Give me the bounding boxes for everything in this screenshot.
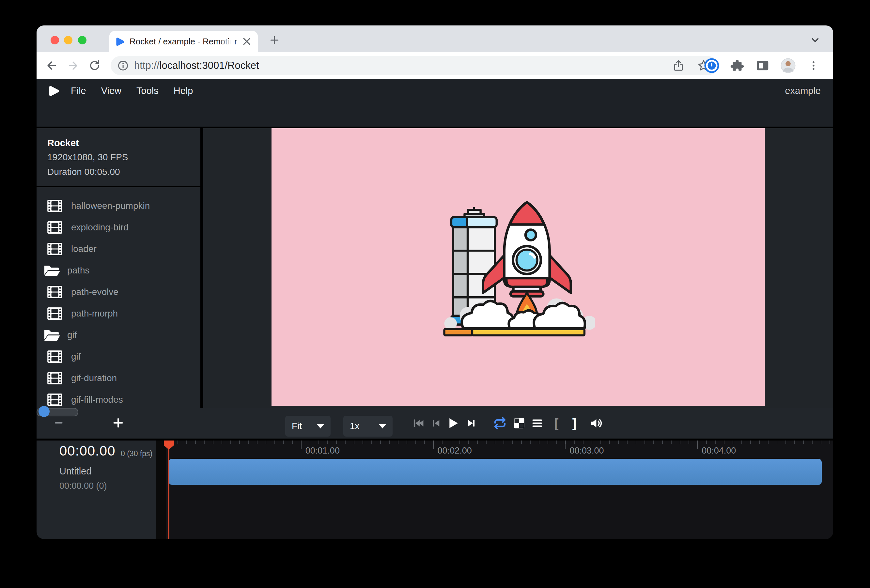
browser-toolbar: http://localhost:3001/Rocket <box>37 52 833 79</box>
out-point-button[interactable]: ] <box>568 417 581 430</box>
current-timecode: 00:00.00 <box>60 443 116 459</box>
share-icon[interactable] <box>672 60 685 72</box>
in-point-button[interactable]: [ <box>550 417 563 430</box>
url-text[interactable]: http://localhost:3001/Rocket <box>134 60 259 71</box>
remotion-favicon-icon <box>116 37 124 46</box>
composition-list: halloween-pumpkin exploding-bird loader … <box>37 187 200 408</box>
sidebar-composition-gif[interactable]: gif <box>37 346 200 368</box>
sidebar-folder-gif[interactable]: gif <box>37 325 200 346</box>
video-canvas[interactable] <box>271 128 765 406</box>
back-button[interactable] <box>42 57 61 75</box>
size-select-value: Fit <box>292 421 302 432</box>
sidebar-composition-gif-duration[interactable]: gif-duration <box>37 368 200 389</box>
playback-rate-value: 1x <box>350 421 360 432</box>
rocket-illustration <box>441 201 595 340</box>
browser-window: Rocket / example - Remotion Pr <box>37 25 833 539</box>
menu-help[interactable]: Help <box>166 79 201 103</box>
timeline: 00:00.00 0 (30 fps) Untitled 00:00.00 (0… <box>37 441 833 539</box>
previous-frame-button[interactable] <box>429 417 442 430</box>
transparency-checkerboard-button[interactable] <box>512 417 526 430</box>
extensions-puzzle-icon[interactable] <box>729 58 745 73</box>
ruler-time-label: 00:01.00 <box>305 446 340 456</box>
profile-avatar[interactable] <box>780 58 796 73</box>
remotion-menubar: File View Tools Help example <box>37 79 833 128</box>
browser-menu-kebab-icon[interactable] <box>806 58 821 73</box>
composition-duration: Duration 00:05.00 <box>47 164 200 179</box>
track-start-label: 00:00.00 (0) <box>60 481 107 491</box>
traffic-light-close[interactable] <box>51 36 59 45</box>
sidebar-composition-exploding-bird[interactable]: exploding-bird <box>37 217 200 238</box>
ruler-time-label: 00:04.00 <box>702 446 736 456</box>
timeline-panel-divider <box>156 441 166 539</box>
compositions-sidebar: Rocket 1920x1080, 30 FPS Duration 00:05.… <box>37 128 200 408</box>
film-icon <box>47 393 62 406</box>
timeline-rows-button[interactable] <box>530 417 544 430</box>
sidebar-resize-handle[interactable] <box>200 128 203 408</box>
timeline-ruler[interactable]: 00:01.0000:02.0000:03.0000:04.00 <box>166 441 833 458</box>
playback-rate-select[interactable]: 1x <box>343 416 393 436</box>
address-bar[interactable]: http://localhost:3001/Rocket <box>111 56 718 75</box>
side-panel-icon[interactable] <box>755 58 770 73</box>
loop-toggle-button[interactable] <box>493 417 507 430</box>
volume-button[interactable] <box>589 417 602 430</box>
tab-search-chevron-icon[interactable] <box>809 34 821 46</box>
traffic-light-minimize[interactable] <box>64 36 73 45</box>
folder-open-icon <box>43 329 60 342</box>
ruler-second-tick <box>565 441 566 449</box>
timeline-track-bar[interactable] <box>169 459 822 485</box>
menu-tools[interactable]: Tools <box>129 79 166 103</box>
chevron-down-icon <box>379 424 386 429</box>
timeline-info-panel: 00:00.00 0 (30 fps) Untitled 00:00.00 (0… <box>37 441 156 539</box>
zoom-slider-knob[interactable] <box>39 406 50 417</box>
url-scheme: http:// <box>134 60 159 71</box>
reload-button[interactable] <box>85 57 104 75</box>
ruler-second-tick <box>433 441 434 449</box>
play-button[interactable] <box>447 417 459 430</box>
film-icon <box>47 200 62 212</box>
jump-to-start-button[interactable] <box>412 417 425 430</box>
composition-label: gif <box>67 330 77 340</box>
ruler-second-tick <box>301 441 301 449</box>
next-frame-button[interactable] <box>465 417 478 430</box>
zoom-in-button[interactable] <box>111 416 125 430</box>
forward-button[interactable] <box>64 57 82 75</box>
project-name-label: example <box>785 85 821 96</box>
menu-file[interactable]: File <box>63 79 94 103</box>
composition-label: gif-duration <box>71 373 117 383</box>
sidebar-composition-halloween-pumpkin[interactable]: halloween-pumpkin <box>37 195 200 217</box>
composition-resolution: 1920x1080, 30 FPS <box>47 150 200 164</box>
url-path: localhost:3001/Rocket <box>159 60 259 71</box>
playhead-line[interactable] <box>168 441 169 539</box>
track-name[interactable]: Untitled <box>60 466 91 477</box>
composition-label: path-morph <box>71 308 118 319</box>
film-icon <box>47 307 62 320</box>
tab-strip: Rocket / example - Remotion Pr <box>37 25 833 52</box>
timeline-tracks[interactable]: 00:01.0000:02.0000:03.0000:04.00 <box>166 441 833 539</box>
film-icon <box>47 350 62 363</box>
composition-label: paths <box>67 265 90 276</box>
folder-open-icon <box>43 264 60 277</box>
ruler-second-tick <box>697 441 698 449</box>
sidebar-composition-gif-fill-modes[interactable]: gif-fill-modes <box>37 389 200 408</box>
browser-tab[interactable]: Rocket / example - Remotion Pr <box>109 31 258 52</box>
tab-close-icon[interactable] <box>241 36 253 47</box>
composition-label: exploding-bird <box>71 222 128 233</box>
page-info-icon[interactable] <box>117 60 129 71</box>
sidebar-composition-path-evolve[interactable]: path-evolve <box>37 281 200 303</box>
composition-label: gif <box>71 351 81 362</box>
zoom-out-button[interactable] <box>52 416 66 430</box>
onepassword-extension-icon[interactable] <box>704 58 720 73</box>
menu-view[interactable]: View <box>94 79 129 103</box>
timeline-zoom-slider[interactable] <box>37 408 78 416</box>
film-icon <box>47 286 62 298</box>
sidebar-composition-path-morph[interactable]: path-morph <box>37 303 200 325</box>
traffic-light-zoom[interactable] <box>78 36 86 45</box>
ruler-time-label: 00:02.00 <box>438 446 472 456</box>
new-tab-button[interactable] <box>269 34 280 46</box>
composition-label: path-evolve <box>71 287 118 297</box>
size-select[interactable]: Fit <box>285 416 331 436</box>
sidebar-folder-paths[interactable]: paths <box>37 260 200 281</box>
preview-area <box>203 128 833 408</box>
sidebar-composition-loader[interactable]: loader <box>37 238 200 260</box>
remotion-logo-icon[interactable] <box>48 85 59 97</box>
